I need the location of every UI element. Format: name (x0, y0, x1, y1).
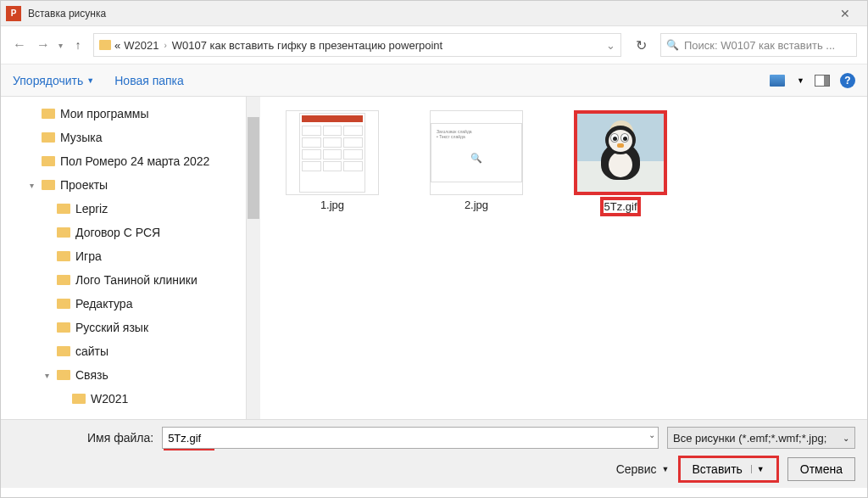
search-input[interactable]: 🔍 Поиск: W0107 как вставить ... (660, 33, 857, 57)
tree-item[interactable]: Редактура (1, 292, 246, 316)
folder-tree[interactable]: Мои программыМузыкаПол Ромеро 24 марта 2… (1, 97, 247, 419)
tree-item[interactable]: Русский язык (1, 316, 246, 339)
scrollbar-thumb[interactable] (248, 117, 259, 219)
tree-item[interactable]: Музыка (1, 126, 246, 149)
filename-input[interactable] (162, 427, 659, 449)
tools-label: Сервис (616, 462, 657, 476)
highlight-marker (164, 449, 214, 450)
tree-item[interactable]: Пол Ромеро 24 марта 2022 (1, 149, 246, 173)
back-button[interactable]: ← (11, 37, 28, 53)
file-name: 1.jpg (277, 199, 387, 211)
organize-label: Упорядочить (13, 74, 83, 87)
scrollbar[interactable] (247, 97, 260, 419)
tree-item[interactable]: ▾Проекты (1, 173, 246, 197)
folder-icon (57, 346, 70, 356)
filename-label: Имя файла: (87, 431, 153, 445)
tree-label: Lepriz (75, 202, 108, 215)
view-mode-button[interactable] (770, 75, 785, 87)
tree-item[interactable]: Договор С РСЯ (1, 221, 246, 244)
tree-label: Русский язык (75, 321, 148, 334)
folder-icon (57, 204, 70, 214)
chevron-right-icon: › (162, 41, 168, 50)
expand-icon[interactable]: ▾ (26, 181, 36, 190)
folder-icon (42, 132, 55, 143)
tree-item[interactable]: Мои программы (1, 102, 246, 126)
tools-menu[interactable]: Сервис ▼ (616, 462, 670, 476)
window-title: Вставка рисунка (28, 8, 828, 20)
address-bar[interactable]: « W2021 › W0107 как вставить гифку в пре… (93, 33, 621, 57)
toolbar: Упорядочить ▼ Новая папка ▼ ? (1, 64, 867, 97)
new-folder-label: Новая папка (114, 74, 184, 87)
chevron-down-icon: ▼ (662, 465, 670, 473)
folder-icon (57, 299, 70, 309)
folder-icon (42, 109, 55, 119)
file-item[interactable]: Заголовок слайда• Текст слайда🔍 2.jpg (421, 110, 531, 211)
filter-label: Все рисунки (*.emf;*.wmf;*.jpg; (673, 432, 826, 445)
file-name: 5Tz.gif (604, 200, 637, 213)
tree-item[interactable]: Лого Таниной клиники (1, 268, 246, 292)
cancel-button[interactable]: Отмена (787, 457, 855, 481)
thumbnail (574, 110, 667, 195)
tree-item[interactable]: ▾Связь (1, 363, 246, 387)
chevron-down-icon: ▼ (86, 76, 94, 85)
tree-label: Игра (75, 249, 102, 263)
folder-icon (72, 394, 86, 404)
title-bar: P Вставка рисунка ✕ (1, 1, 867, 26)
help-button[interactable]: ? (840, 73, 855, 88)
breadcrumb[interactable]: W2021 (124, 39, 159, 52)
thumbnail (286, 110, 379, 195)
close-button[interactable]: ✕ (828, 7, 862, 20)
new-folder-button[interactable]: Новая папка (114, 74, 184, 87)
file-type-filter[interactable]: Все рисунки (*.emf;*.wmf;*.jpg; ⌄ (667, 427, 855, 449)
folder-icon (57, 227, 70, 238)
tree-label: Связь (75, 368, 108, 382)
tree-label: Музыка (60, 131, 103, 144)
cancel-label: Отмена (800, 462, 843, 476)
file-item-selected[interactable]: 5Tz.gif (565, 110, 676, 215)
preview-pane-button[interactable] (815, 75, 830, 87)
folder-icon (99, 40, 111, 50)
organize-menu[interactable]: Упорядочить ▼ (13, 74, 94, 87)
powerpoint-icon: P (6, 6, 21, 21)
insert-dropdown[interactable]: ▼ (751, 465, 765, 473)
up-button[interactable]: ↑ (70, 38, 86, 52)
bottom-panel: Имя файла: ⌄ Все рисунки (*.emf;*.wmf;*.… (1, 419, 867, 488)
tree-item[interactable]: Игра (1, 244, 246, 268)
tree-label: W2021 (91, 392, 128, 406)
search-placeholder: Поиск: W0107 как вставить ... (684, 39, 835, 52)
tree-item[interactable]: Lepriz (1, 197, 246, 221)
thumbnail: Заголовок слайда• Текст слайда🔍 (430, 110, 523, 195)
tree-label: Договор С РСЯ (75, 226, 160, 239)
tree-label: Пол Ромеро 24 марта 2022 (60, 154, 209, 168)
tree-label: Редактура (75, 297, 132, 311)
filename-dropdown[interactable]: ⌄ (648, 430, 655, 439)
insert-label: Вставить (693, 462, 743, 476)
refresh-button[interactable]: ↻ (628, 37, 654, 53)
tree-label: Лого Таниной клиники (75, 273, 198, 287)
path-prefix: « (114, 39, 120, 52)
chevron-down-icon: ⌄ (843, 434, 849, 443)
breadcrumb[interactable]: W0107 как вставить гифку в презентацию p… (172, 39, 442, 52)
folder-icon (57, 251, 70, 261)
nav-bar: ← → ▾ ↑ « W2021 › W0107 как вставить гиф… (1, 26, 867, 64)
chevron-down-icon[interactable]: ▼ (797, 76, 804, 85)
expand-icon[interactable]: ▾ (42, 371, 52, 380)
path-dropdown[interactable]: ⌄ (606, 39, 615, 52)
file-name: 2.jpg (421, 199, 531, 211)
folder-icon (57, 275, 70, 285)
folder-icon (42, 180, 55, 190)
tree-item[interactable]: W2021 (1, 387, 246, 411)
tree-label: Проекты (60, 178, 108, 192)
file-item[interactable]: 1.jpg (277, 110, 387, 211)
search-icon: 🔍 (666, 39, 679, 51)
tree-label: сайты (75, 344, 108, 358)
file-list: 1.jpg Заголовок слайда• Текст слайда🔍 2.… (260, 97, 867, 419)
folder-icon (42, 156, 55, 166)
tree-item[interactable]: сайты (1, 339, 246, 363)
forward-button[interactable]: → (35, 37, 52, 53)
tree-label: Мои программы (60, 107, 148, 120)
history-dropdown[interactable]: ▾ (58, 41, 63, 50)
folder-icon (57, 370, 70, 380)
folder-icon (57, 322, 70, 333)
insert-button[interactable]: Вставить ▼ (680, 457, 777, 481)
